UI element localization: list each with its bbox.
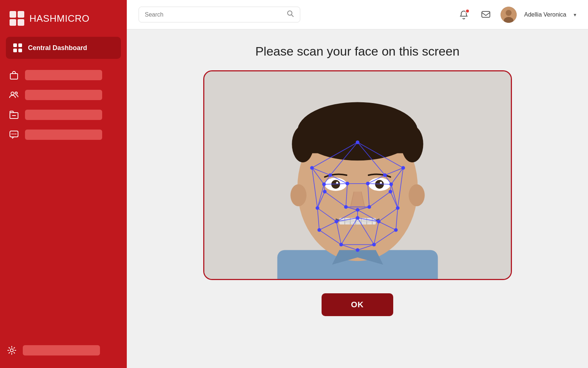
svg-rect-8 bbox=[10, 74, 18, 79]
notification-button[interactable] bbox=[456, 7, 471, 22]
svg-rect-5 bbox=[18, 43, 22, 47]
bag-icon bbox=[8, 69, 20, 81]
svg-point-34 bbox=[409, 184, 425, 206]
face-scan-image bbox=[204, 71, 511, 279]
svg-rect-4 bbox=[13, 43, 17, 47]
main-area: Adellia Veronica ▾ Please scan your face… bbox=[127, 0, 588, 368]
sidebar-item-users[interactable] bbox=[6, 88, 121, 102]
svg-point-9 bbox=[11, 92, 14, 95]
sidebar-item-bar-3 bbox=[25, 110, 102, 120]
svg-point-22 bbox=[506, 10, 512, 16]
sidebar-item-shop[interactable] bbox=[6, 68, 121, 82]
svg-line-19 bbox=[291, 15, 293, 17]
scan-title: Please scan your face on this screen bbox=[255, 44, 460, 59]
avatar bbox=[501, 7, 517, 23]
user-name[interactable]: Adellia Veronica bbox=[524, 11, 566, 18]
search-input[interactable] bbox=[145, 11, 283, 18]
sidebar-item-bar-4 bbox=[25, 130, 102, 140]
svg-point-40 bbox=[380, 182, 382, 184]
svg-point-14 bbox=[12, 134, 13, 135]
svg-rect-7 bbox=[18, 49, 22, 52]
svg-rect-20 bbox=[482, 11, 490, 17]
sidebar-active-label: Central Dashboard bbox=[28, 44, 87, 52]
svg-point-31 bbox=[292, 126, 314, 162]
svg-point-15 bbox=[14, 134, 15, 135]
logo-light: MICRO bbox=[57, 13, 89, 24]
main-content: Please scan your face on this screen bbox=[127, 29, 588, 368]
notification-badge bbox=[465, 9, 470, 13]
dashboard-grid-icon bbox=[12, 43, 23, 53]
sidebar-logo: HASHMICRO bbox=[0, 0, 127, 35]
sidebar-bottom-bar bbox=[23, 345, 100, 355]
settings-icon bbox=[6, 344, 18, 356]
avatar-image bbox=[501, 7, 517, 23]
face-scan-card bbox=[203, 70, 512, 280]
search-icon bbox=[287, 10, 294, 19]
svg-point-33 bbox=[290, 184, 306, 206]
header-right: Adellia Veronica ▾ bbox=[456, 7, 576, 23]
logo-text: HASHMICRO bbox=[29, 13, 89, 24]
svg-rect-6 bbox=[13, 49, 17, 52]
svg-point-32 bbox=[401, 126, 423, 162]
sidebar-nav-items bbox=[0, 60, 127, 339]
folder-icon bbox=[8, 109, 20, 121]
svg-rect-3 bbox=[18, 19, 24, 26]
chat-icon bbox=[8, 129, 20, 141]
svg-rect-2 bbox=[10, 19, 16, 26]
svg-point-17 bbox=[10, 349, 13, 352]
ok-button[interactable]: OK bbox=[322, 293, 393, 316]
logo-bold: HASH bbox=[29, 13, 57, 24]
sidebar-item-chat[interactable] bbox=[6, 127, 121, 142]
users-icon bbox=[8, 89, 20, 101]
svg-rect-1 bbox=[18, 11, 24, 18]
sidebar-item-central-dashboard[interactable]: Central Dashboard bbox=[6, 37, 121, 59]
messages-button[interactable] bbox=[478, 7, 493, 22]
sidebar-item-bar-2 bbox=[25, 90, 102, 100]
svg-rect-0 bbox=[10, 11, 16, 18]
svg-point-10 bbox=[15, 92, 17, 94]
sidebar-item-folder[interactable] bbox=[6, 107, 121, 122]
header: Adellia Veronica ▾ bbox=[127, 0, 588, 29]
sidebar-bottom-settings[interactable] bbox=[0, 339, 127, 368]
sidebar: HASHMICRO Central Dashboard bbox=[0, 0, 127, 368]
hashmicro-logo-icon bbox=[9, 10, 25, 26]
chevron-down-icon[interactable]: ▾ bbox=[574, 12, 576, 18]
svg-point-16 bbox=[15, 134, 17, 135]
search-bar[interactable] bbox=[139, 7, 300, 22]
sidebar-item-bar-1 bbox=[25, 70, 102, 80]
svg-rect-48 bbox=[339, 220, 376, 222]
